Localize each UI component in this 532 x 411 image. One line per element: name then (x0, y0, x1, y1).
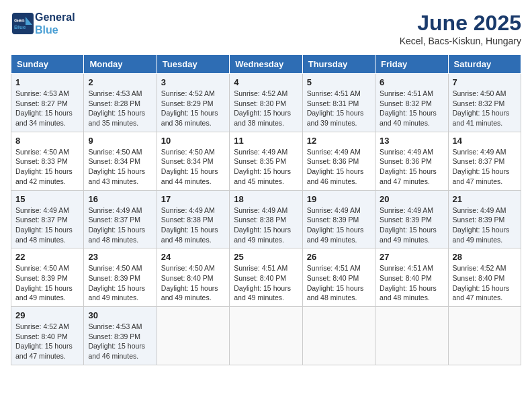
day-info: Sunrise: 4:49 AM Sunset: 8:35 PM Dayligh… (234, 147, 298, 187)
table-row: 29 Sunrise: 4:52 AM Sunset: 8:40 PM Dayl… (11, 307, 84, 365)
day-number: 27 (380, 252, 443, 262)
day-info: Sunrise: 4:49 AM Sunset: 8:37 PM Dayligh… (88, 205, 152, 245)
logo-text-line2: Blue (35, 24, 75, 36)
logo-text-line1: General (35, 11, 75, 24)
day-number: 4 (234, 77, 298, 87)
day-number: 13 (380, 136, 443, 146)
day-number: 18 (234, 194, 298, 204)
month-title: June 2025 (400, 11, 521, 36)
table-row: 24 Sunrise: 4:50 AM Sunset: 8:40 PM Dayl… (157, 248, 229, 307)
day-number: 12 (307, 136, 371, 146)
table-row: 27 Sunrise: 4:51 AM Sunset: 8:40 PM Dayl… (375, 248, 448, 307)
location: Kecel, Bacs-Kiskun, Hungary (400, 36, 521, 46)
day-number: 15 (15, 194, 79, 204)
day-number: 16 (88, 194, 152, 204)
day-number: 5 (307, 77, 371, 87)
day-number: 2 (88, 77, 152, 87)
table-row: 15 Sunrise: 4:49 AM Sunset: 8:37 PM Dayl… (11, 190, 84, 248)
day-number: 29 (15, 310, 79, 320)
table-row: 28 Sunrise: 4:52 AM Sunset: 8:40 PM Dayl… (448, 248, 521, 307)
table-row: 19 Sunrise: 4:49 AM Sunset: 8:39 PM Dayl… (302, 190, 375, 248)
day-number: 10 (161, 136, 225, 146)
empty-cell (157, 307, 229, 365)
table-row: 9 Sunrise: 4:50 AM Sunset: 8:34 PM Dayli… (84, 132, 157, 190)
empty-cell (302, 307, 375, 365)
table-row: 22 Sunrise: 4:50 AM Sunset: 8:39 PM Dayl… (11, 248, 84, 307)
table-row: 30 Sunrise: 4:53 AM Sunset: 8:39 PM Dayl… (84, 307, 157, 365)
day-info: Sunrise: 4:49 AM Sunset: 8:36 PM Dayligh… (307, 147, 371, 187)
col-thursday: Thursday (302, 55, 375, 74)
col-tuesday: Tuesday (157, 55, 229, 74)
day-number: 6 (380, 77, 443, 87)
day-info: Sunrise: 4:53 AM Sunset: 8:39 PM Dayligh… (88, 322, 152, 361)
day-info: Sunrise: 4:50 AM Sunset: 8:34 PM Dayligh… (161, 147, 225, 187)
day-info: Sunrise: 4:49 AM Sunset: 8:36 PM Dayligh… (380, 147, 443, 187)
day-number: 20 (380, 194, 443, 204)
table-row: 5 Sunrise: 4:51 AM Sunset: 8:31 PM Dayli… (302, 74, 375, 132)
calendar-week-1: 1 Sunrise: 4:53 AM Sunset: 8:27 PM Dayli… (11, 74, 521, 132)
day-info: Sunrise: 4:51 AM Sunset: 8:40 PM Dayligh… (234, 263, 298, 303)
day-info: Sunrise: 4:49 AM Sunset: 8:39 PM Dayligh… (453, 205, 517, 245)
day-info: Sunrise: 4:49 AM Sunset: 8:37 PM Dayligh… (15, 205, 79, 245)
table-row: 17 Sunrise: 4:49 AM Sunset: 8:38 PM Dayl… (157, 190, 229, 248)
day-info: Sunrise: 4:50 AM Sunset: 8:39 PM Dayligh… (88, 263, 152, 303)
day-number: 3 (161, 77, 225, 87)
col-monday: Monday (84, 55, 157, 74)
table-row: 23 Sunrise: 4:50 AM Sunset: 8:39 PM Dayl… (84, 248, 157, 307)
table-row: 6 Sunrise: 4:51 AM Sunset: 8:32 PM Dayli… (375, 74, 448, 132)
day-number: 1 (15, 77, 79, 87)
day-info: Sunrise: 4:52 AM Sunset: 8:40 PM Dayligh… (453, 263, 517, 303)
table-row: 25 Sunrise: 4:51 AM Sunset: 8:40 PM Dayl… (230, 248, 302, 307)
day-number: 23 (88, 252, 152, 262)
empty-cell (375, 307, 448, 365)
day-number: 25 (234, 252, 298, 262)
header: Gen Blue General Blue June 2025 Kecel, B… (11, 11, 521, 46)
col-saturday: Saturday (448, 55, 521, 74)
day-number: 21 (453, 194, 517, 204)
day-number: 28 (453, 252, 517, 262)
day-info: Sunrise: 4:51 AM Sunset: 8:31 PM Dayligh… (307, 89, 371, 128)
day-info: Sunrise: 4:49 AM Sunset: 8:38 PM Dayligh… (234, 205, 298, 245)
day-info: Sunrise: 4:50 AM Sunset: 8:34 PM Dayligh… (88, 147, 152, 187)
day-info: Sunrise: 4:49 AM Sunset: 8:39 PM Dayligh… (307, 205, 371, 245)
day-info: Sunrise: 4:52 AM Sunset: 8:30 PM Dayligh… (234, 89, 298, 128)
day-number: 26 (307, 252, 371, 262)
calendar-week-4: 22 Sunrise: 4:50 AM Sunset: 8:39 PM Dayl… (11, 248, 521, 307)
calendar-header-row: Sunday Monday Tuesday Wednesday Thursday… (11, 55, 521, 74)
table-row: 21 Sunrise: 4:49 AM Sunset: 8:39 PM Dayl… (448, 190, 521, 248)
table-row: 7 Sunrise: 4:50 AM Sunset: 8:32 PM Dayli… (448, 74, 521, 132)
day-info: Sunrise: 4:50 AM Sunset: 8:32 PM Dayligh… (453, 89, 517, 128)
day-number: 30 (88, 310, 152, 320)
day-info: Sunrise: 4:49 AM Sunset: 8:37 PM Dayligh… (453, 147, 517, 187)
day-info: Sunrise: 4:50 AM Sunset: 8:39 PM Dayligh… (15, 263, 79, 303)
table-row: 1 Sunrise: 4:53 AM Sunset: 8:27 PM Dayli… (11, 74, 84, 132)
day-info: Sunrise: 4:52 AM Sunset: 8:29 PM Dayligh… (161, 89, 225, 128)
day-number: 19 (307, 194, 371, 204)
table-row: 13 Sunrise: 4:49 AM Sunset: 8:36 PM Dayl… (375, 132, 448, 190)
table-row: 16 Sunrise: 4:49 AM Sunset: 8:37 PM Dayl… (84, 190, 157, 248)
day-number: 7 (453, 77, 517, 87)
table-row: 4 Sunrise: 4:52 AM Sunset: 8:30 PM Dayli… (230, 74, 302, 132)
empty-cell (448, 307, 521, 365)
calendar: Sunday Monday Tuesday Wednesday Thursday… (11, 54, 521, 365)
logo-icon: Gen Blue (11, 11, 35, 36)
table-row: 8 Sunrise: 4:50 AM Sunset: 8:33 PM Dayli… (11, 132, 84, 190)
day-info: Sunrise: 4:53 AM Sunset: 8:27 PM Dayligh… (15, 89, 79, 128)
day-number: 24 (161, 252, 225, 262)
day-number: 14 (453, 136, 517, 146)
col-sunday: Sunday (11, 55, 84, 74)
svg-text:Blue: Blue (14, 24, 26, 30)
day-number: 11 (234, 136, 298, 146)
table-row: 10 Sunrise: 4:50 AM Sunset: 8:34 PM Dayl… (157, 132, 229, 190)
table-row: 11 Sunrise: 4:49 AM Sunset: 8:35 PM Dayl… (230, 132, 302, 190)
empty-cell (230, 307, 302, 365)
day-info: Sunrise: 4:51 AM Sunset: 8:32 PM Dayligh… (380, 89, 443, 128)
table-row: 20 Sunrise: 4:49 AM Sunset: 8:39 PM Dayl… (375, 190, 448, 248)
day-number: 9 (88, 136, 152, 146)
day-info: Sunrise: 4:53 AM Sunset: 8:28 PM Dayligh… (88, 89, 152, 128)
title-area: June 2025 Kecel, Bacs-Kiskun, Hungary (400, 11, 521, 46)
day-info: Sunrise: 4:50 AM Sunset: 8:40 PM Dayligh… (161, 263, 225, 303)
day-info: Sunrise: 4:49 AM Sunset: 8:38 PM Dayligh… (161, 205, 225, 245)
table-row: 2 Sunrise: 4:53 AM Sunset: 8:28 PM Dayli… (84, 74, 157, 132)
calendar-week-3: 15 Sunrise: 4:49 AM Sunset: 8:37 PM Dayl… (11, 190, 521, 248)
